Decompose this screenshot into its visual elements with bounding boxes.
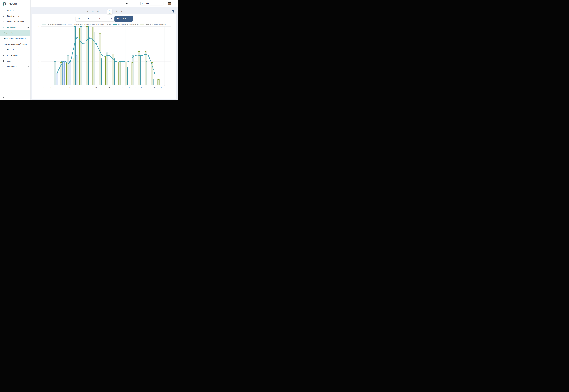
svg-text:19: 19 [128,87,129,89]
payroll-icon [2,54,4,56]
sidebar: Nesto DashboardEinsatzplanungErfasste Ar… [0,0,31,100]
sidebar-item-label: Dashboard [7,9,15,11]
previous-day-chevron-icon [81,11,83,13]
sidebar-item-einstellungen[interactable]: Einstellungen [0,64,30,70]
sidebar-item-mitarbeiter[interactable]: Mitarbeiter [0,47,30,53]
sidebar-footer [0,95,30,99]
fullscreen-icon[interactable] [133,2,136,5]
svg-text:9: 9 [63,87,64,89]
svg-text:17: 17 [115,87,117,89]
svg-text:15: 15 [102,87,104,89]
dashboard-icon [2,9,4,11]
location-select-value: Karlsruhe [142,2,149,4]
logo: Nesto [0,0,30,7]
sidebar-item-label: Erfasste Arbeitszeiten [7,21,24,23]
calendar-clock-icon[interactable] [172,10,175,13]
nesto-logo-icon [2,1,6,6]
header: Karlsruhe [30,0,179,7]
svg-text:16: 16 [108,87,110,89]
svg-text:1: 1 [39,78,39,80]
sidebar-chevron-down-icon [27,49,29,51]
svg-text:4: 4 [39,61,39,62]
sidebar-item-export[interactable]: Export [0,58,30,64]
svg-text:6: 6 [43,87,44,89]
svg-text:20: 20 [134,87,136,89]
svg-text:7: 7 [50,87,51,89]
svg-text:11: 11 [76,87,77,89]
sidebar-item-tagesanalyse[interactable]: Tagesanalyse [0,30,30,36]
screen: Nesto DashboardEinsatzplanungErfasste Ar… [0,0,179,101]
date-option[interactable]: 30 [91,11,94,13]
sidebar-item-ergebnisauswertung-tagesau[interactable]: Ergebnisauswertung (Tagesau... [0,41,30,47]
sidebar-chevron-up-icon [27,27,29,28]
sidebar-item-label: Ergebnisauswertung (Tagesau... [4,43,28,45]
sidebar-item-label: Benchmarking (Auswertung) [4,38,26,40]
sidebar-chevron-down-icon [27,66,29,68]
sidebar-item-dashboard[interactable]: Dashboard [0,8,30,13]
logo-text: Nesto [9,2,17,5]
svg-text:18: 18 [121,87,123,89]
next-day-chevron-icon [126,11,128,13]
planning-icon [2,15,4,17]
svg-text:3: 3 [39,67,39,68]
svg-text:21: 21 [141,87,143,89]
date-option[interactable]: 31 [97,11,99,13]
clock-icon [2,20,4,23]
svg-text:1: 1 [167,87,168,89]
sidebar-item-label: Lohnabrechnung [7,55,20,56]
svg-text:2: 2 [39,72,39,74]
sidebar-item-label: Auswertung [7,26,16,28]
date-option[interactable]: 3 [115,11,118,13]
sidebar-item-lohnabrechnung[interactable]: Lohnabrechnung [0,53,30,58]
date-option[interactable]: 1 [102,11,104,13]
logo-divider [7,2,7,5]
sidebar-chevron-down-icon [27,15,29,17]
sidebar-item-einsatzplanung[interactable]: Einsatzplanung [0,13,30,19]
svg-text:10: 10 [38,26,39,27]
selected-date-card[interactable]: Fr2Feb [107,9,112,14]
svg-text:5: 5 [39,55,39,56]
date-option[interactable]: 4 [121,11,123,13]
svg-text:23: 23 [154,87,155,89]
select-chevron-down-icon [160,3,162,4]
sidebar-item-label: Einstellungen [7,66,17,68]
svg-text:8: 8 [39,37,39,39]
person-icon [2,49,4,51]
user-menu-chevron-down-icon[interactable] [172,3,174,5]
svg-text:6: 6 [39,49,39,51]
svg-text:0: 0 [161,87,162,89]
date-navigation: 2930311Fr2Feb34 [30,8,179,14]
gear-icon [2,66,4,68]
notifications-bell-icon[interactable] [126,2,128,5]
sidebar-nav: DashboardEinsatzplanungErfasste Arbeitsz… [0,8,30,70]
sidebar-item-auswertung[interactable]: Auswertung [0,25,30,30]
collapse-sidebar-icon[interactable] [2,96,4,98]
svg-text:12: 12 [82,87,84,89]
selected-date-month: Feb [109,13,111,14]
export-icon [2,60,4,62]
sidebar-item-label: Einsatzplanung [7,15,19,17]
svg-text:8: 8 [56,87,57,89]
sidebar-item-benchmarking-auswertung[interactable]: Benchmarking (Auswertung) [0,36,30,42]
svg-text:9: 9 [39,31,39,33]
svg-text:13: 13 [89,87,90,89]
svg-text:10: 10 [69,87,71,89]
location-select[interactable]: Karlsruhe [140,1,163,5]
sidebar-item-label: Tagesanalyse [4,32,14,34]
app-window: Nesto DashboardEinsatzplanungErfasste Ar… [0,0,179,100]
selected-date-day: 2 [109,11,110,13]
next-day-button[interactable] [126,11,128,13]
bar-chart-icon [2,26,4,28]
staffing-chart: 0123456789106789101112131415161718192021… [32,14,176,99]
analysis-card: Umsatz pro StundeUmsatz kumuliertMitarbe… [32,14,176,99]
svg-text:0: 0 [39,84,39,86]
svg-text:22: 22 [147,87,149,89]
svg-text:7: 7 [39,43,39,45]
sidebar-item-label: Export [7,60,12,62]
avatar[interactable] [167,1,171,5]
sidebar-chevron-down-icon [27,55,29,56]
date-option[interactable]: 29 [86,11,88,13]
content: 2930311Fr2Feb34 Umsatz pro StundeUmsatz … [30,7,179,100]
previous-day-button[interactable] [81,11,83,13]
sidebar-item-erfasste-arbeitszeiten[interactable]: Erfasste Arbeitszeiten [0,19,30,25]
